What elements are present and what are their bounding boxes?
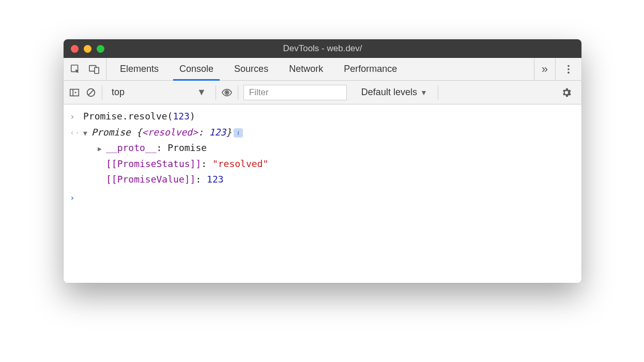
- tab-elements[interactable]: Elements: [110, 58, 169, 80]
- console-input-echo: › Promise.resolve(123): [64, 109, 581, 125]
- console-output: › Promise.resolve(123) ‹· ▼Promise {<res…: [64, 104, 581, 283]
- console-settings-icon[interactable]: [557, 87, 576, 98]
- object-property-row[interactable]: ▶__proto__: Promise: [64, 140, 581, 156]
- tab-console[interactable]: Console: [169, 58, 224, 80]
- devtools-window: DevTools - web.dev/ Elements Console Sou…: [64, 39, 581, 283]
- tok-state: <resolved>: [142, 127, 198, 138]
- tab-label: Console: [179, 64, 213, 74]
- filter-input[interactable]: [243, 85, 347, 100]
- dropdown-triangle-icon: ▼: [197, 87, 206, 98]
- object-name: Promise: [91, 127, 131, 138]
- panel-tabbar: Elements Console Sources Network Perform…: [64, 58, 581, 81]
- more-menu-button[interactable]: [555, 58, 581, 80]
- dropdown-triangle-icon: ▼: [420, 88, 427, 97]
- toolbar-separator: [102, 85, 102, 100]
- property-line: [[PromiseValue]]: 123: [83, 172, 224, 188]
- context-label: top: [112, 87, 125, 98]
- tok-brace: {: [131, 127, 142, 138]
- property-key: [[PromiseValue]]: [106, 174, 195, 185]
- tab-label: Performance: [344, 64, 397, 74]
- tok-sep: :: [195, 174, 207, 185]
- toolbar-separator: [238, 85, 238, 100]
- tabs-overflow-button[interactable]: »: [534, 58, 555, 80]
- property-line: ▶__proto__: Promise: [83, 140, 207, 156]
- property-value: "resolved": [212, 158, 268, 169]
- info-badge-icon[interactable]: i: [234, 128, 243, 138]
- tok-value: 123: [209, 127, 226, 138]
- svg-point-3: [568, 65, 570, 67]
- tok-number: 123: [173, 111, 190, 122]
- inspect-element-icon[interactable]: [70, 64, 81, 75]
- expand-triangle-icon[interactable]: ▶: [98, 143, 106, 155]
- live-expression-icon[interactable]: [221, 87, 233, 98]
- tok-paren: (: [167, 111, 173, 122]
- svg-point-8: [226, 91, 228, 94]
- object-property-row[interactable]: [[PromiseStatus]]: "resolved": [64, 156, 581, 172]
- tab-network[interactable]: Network: [279, 58, 333, 80]
- prompt-chevron-icon: ›: [70, 191, 83, 205]
- tok-brace: }: [226, 127, 232, 138]
- tab-sources[interactable]: Sources: [224, 58, 279, 80]
- output-chevron-icon: ‹·: [70, 126, 83, 140]
- property-value: Promise: [167, 142, 207, 153]
- svg-rect-6: [70, 89, 79, 96]
- traffic-lights: [64, 45, 104, 53]
- zoom-window-button[interactable]: [97, 45, 104, 53]
- tok-paren: ): [190, 111, 195, 122]
- toggle-sidebar-icon[interactable]: [69, 87, 80, 98]
- console-toolbar: top ▼ Default levels ▼: [64, 81, 581, 104]
- console-result-row: ‹· ▼Promise {<resolved>: 123}i: [64, 125, 581, 141]
- svg-rect-2: [95, 67, 99, 73]
- window-titlebar: DevTools - web.dev/: [64, 39, 581, 58]
- minimize-window-button[interactable]: [84, 45, 91, 53]
- toolbar-separator: [438, 85, 438, 100]
- execution-context-select[interactable]: top ▼: [108, 87, 210, 98]
- toolbar-separator: [216, 85, 216, 100]
- tok-sep: :: [198, 127, 209, 138]
- property-key: [[PromiseStatus]]: [106, 158, 201, 169]
- tab-label: Elements: [120, 64, 159, 74]
- object-preview[interactable]: ▼Promise {<resolved>: 123}i: [83, 125, 243, 141]
- panel-tabs: Elements Console Sources Network Perform…: [106, 58, 534, 80]
- tab-label: Network: [289, 64, 323, 74]
- expand-triangle-icon[interactable]: ▼: [83, 128, 91, 139]
- tok-sep: :: [201, 158, 212, 169]
- tab-label: Sources: [234, 64, 268, 74]
- property-value: 123: [207, 174, 224, 185]
- property-key: __proto__: [106, 142, 157, 153]
- svg-point-4: [568, 68, 570, 70]
- object-property-row[interactable]: [[PromiseValue]]: 123: [64, 172, 581, 188]
- log-levels-select[interactable]: Default levels ▼: [361, 87, 427, 98]
- input-chevron-icon: ›: [70, 110, 83, 124]
- clear-console-icon[interactable]: [85, 87, 97, 98]
- console-prompt-row[interactable]: ›: [64, 191, 581, 205]
- tok-call: Promise.resolve: [83, 111, 167, 122]
- window-title: DevTools - web.dev/: [64, 43, 581, 54]
- device-toggle-icon[interactable]: [88, 64, 100, 75]
- tab-performance[interactable]: Performance: [333, 58, 407, 80]
- code-line[interactable]: Promise.resolve(123): [83, 109, 195, 125]
- tabbar-device-controls: [64, 58, 106, 80]
- svg-point-5: [568, 71, 570, 73]
- levels-label: Default levels: [361, 87, 417, 98]
- property-line: [[PromiseStatus]]: "resolved": [83, 156, 268, 172]
- tok-sep: :: [157, 142, 168, 153]
- close-window-button[interactable]: [71, 45, 79, 53]
- overflow-glyph: »: [542, 63, 548, 76]
